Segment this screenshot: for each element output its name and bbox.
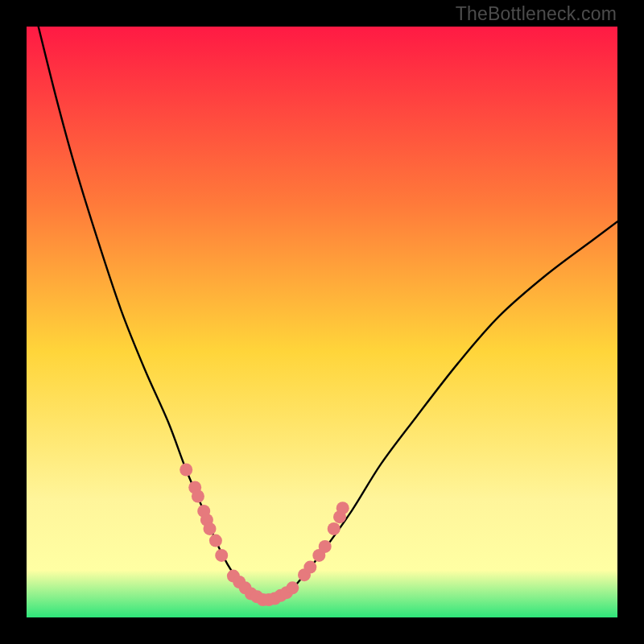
highlight-dot <box>319 540 332 553</box>
gradient-background <box>27 27 617 617</box>
highlight-dot <box>286 581 299 594</box>
chart-frame: TheBottleneck.com <box>0 0 644 644</box>
highlight-dot <box>209 535 222 547</box>
highlight-dot <box>192 490 204 503</box>
plot-area <box>27 27 617 617</box>
highlight-dot <box>215 549 228 562</box>
highlight-dot <box>303 561 316 574</box>
highlight-dot <box>328 522 341 535</box>
highlight-dot <box>204 522 217 535</box>
highlight-dot <box>336 502 349 514</box>
highlight-dot <box>180 464 192 477</box>
watermark-text: TheBottleneck.com <box>456 3 617 25</box>
bottleneck-chart <box>27 27 617 617</box>
